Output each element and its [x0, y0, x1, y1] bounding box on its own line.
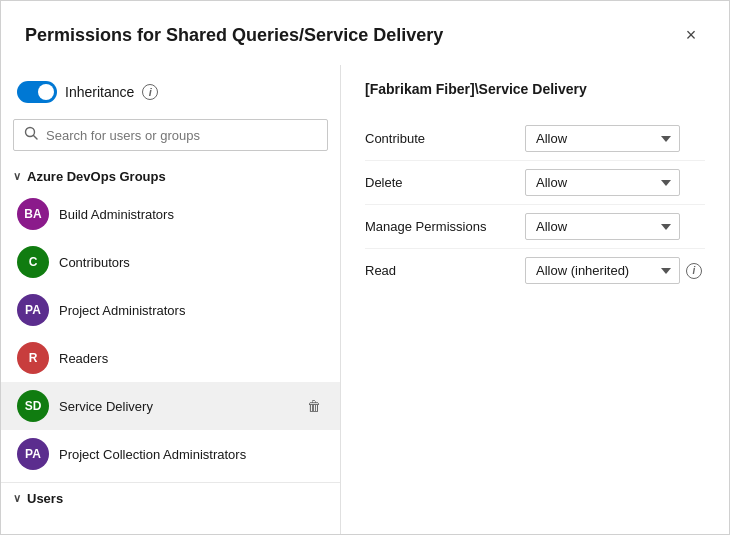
- group-item-contributors[interactable]: C Contributors 🗑: [1, 238, 340, 286]
- inheritance-label: Inheritance: [65, 84, 134, 100]
- dialog-title: Permissions for Shared Queries/Service D…: [25, 25, 443, 46]
- group-list: BA Build Administrators 🗑 C Contributors…: [1, 190, 340, 478]
- users-section-label: Users: [27, 491, 63, 506]
- inheritance-info-icon[interactable]: i: [142, 84, 158, 100]
- close-button[interactable]: ×: [677, 21, 705, 49]
- group-name-service-delivery: Service Delivery: [59, 399, 294, 414]
- group-name-build-administrators: Build Administrators: [59, 207, 294, 222]
- group-name-project-administrators: Project Administrators: [59, 303, 294, 318]
- search-box: [13, 119, 328, 151]
- avatar-service-delivery: SD: [17, 390, 49, 422]
- permission-select-wrap-manage-permissions: Allow Deny Not set: [525, 213, 705, 240]
- permission-select-manage-permissions[interactable]: Allow Deny Not set: [525, 213, 680, 240]
- read-info-icon[interactable]: i: [686, 263, 702, 279]
- permission-name-read: Read: [365, 263, 525, 278]
- azure-devops-groups-label: Azure DevOps Groups: [27, 169, 166, 184]
- permission-select-read[interactable]: Allow (inherited) Allow Deny Not set: [525, 257, 680, 284]
- azure-devops-groups-chevron: ∨: [13, 170, 21, 183]
- permission-row-delete: Delete Allow Deny Not set: [365, 161, 705, 205]
- azure-devops-groups-header[interactable]: ∨ Azure DevOps Groups: [1, 163, 340, 190]
- permission-row-read: Read Allow (inherited) Allow Deny Not se…: [365, 249, 705, 292]
- svg-line-1: [34, 136, 38, 140]
- permission-row-contribute: Contribute Allow Deny Not set: [365, 117, 705, 161]
- permission-select-delete[interactable]: Allow Deny Not set: [525, 169, 680, 196]
- search-icon: [24, 126, 38, 144]
- users-section-header[interactable]: ∨ Users: [1, 482, 340, 514]
- left-panel: Inheritance i ∨ Azure DevOps Groups: [1, 65, 341, 534]
- group-item-service-delivery[interactable]: SD Service Delivery 🗑: [1, 382, 340, 430]
- delete-icon-service-delivery[interactable]: 🗑: [304, 396, 324, 416]
- dialog-body: Inheritance i ∨ Azure DevOps Groups: [1, 65, 729, 534]
- permission-select-wrap-contribute: Allow Deny Not set: [525, 125, 705, 152]
- permission-name-manage-permissions: Manage Permissions: [365, 219, 525, 234]
- permission-select-wrap-delete: Allow Deny Not set: [525, 169, 705, 196]
- permission-select-contribute[interactable]: Allow Deny Not set: [525, 125, 680, 152]
- group-name-contributors: Contributors: [59, 255, 294, 270]
- search-input[interactable]: [46, 128, 317, 143]
- permission-name-delete: Delete: [365, 175, 525, 190]
- avatar-project-administrators: PA: [17, 294, 49, 326]
- group-name-readers: Readers: [59, 351, 294, 366]
- group-item-readers[interactable]: R Readers 🗑: [1, 334, 340, 382]
- permission-row-manage-permissions: Manage Permissions Allow Deny Not set: [365, 205, 705, 249]
- permission-name-contribute: Contribute: [365, 131, 525, 146]
- group-item-project-collection-administrators[interactable]: PA Project Collection Administrators 🗑: [1, 430, 340, 478]
- permission-select-wrap-read: Allow (inherited) Allow Deny Not set i: [525, 257, 705, 284]
- users-chevron: ∨: [13, 492, 21, 505]
- group-item-project-administrators[interactable]: PA Project Administrators 🗑: [1, 286, 340, 334]
- inheritance-toggle[interactable]: [17, 81, 57, 103]
- entity-title: [Fabrikam Fiber]\Service Delivery: [365, 81, 705, 97]
- dialog-header: Permissions for Shared Queries/Service D…: [1, 1, 729, 65]
- avatar-readers: R: [17, 342, 49, 374]
- group-item-build-administrators[interactable]: BA Build Administrators 🗑: [1, 190, 340, 238]
- avatar-project-collection-administrators: PA: [17, 438, 49, 470]
- permissions-dialog: Permissions for Shared Queries/Service D…: [0, 0, 730, 535]
- avatar-build-administrators: BA: [17, 198, 49, 230]
- permissions-list: Contribute Allow Deny Not set Delete: [365, 117, 705, 292]
- inheritance-row: Inheritance i: [1, 81, 340, 119]
- group-name-project-collection-administrators: Project Collection Administrators: [59, 447, 294, 462]
- avatar-contributors: C: [17, 246, 49, 278]
- right-panel: [Fabrikam Fiber]\Service Delivery Contri…: [341, 65, 729, 534]
